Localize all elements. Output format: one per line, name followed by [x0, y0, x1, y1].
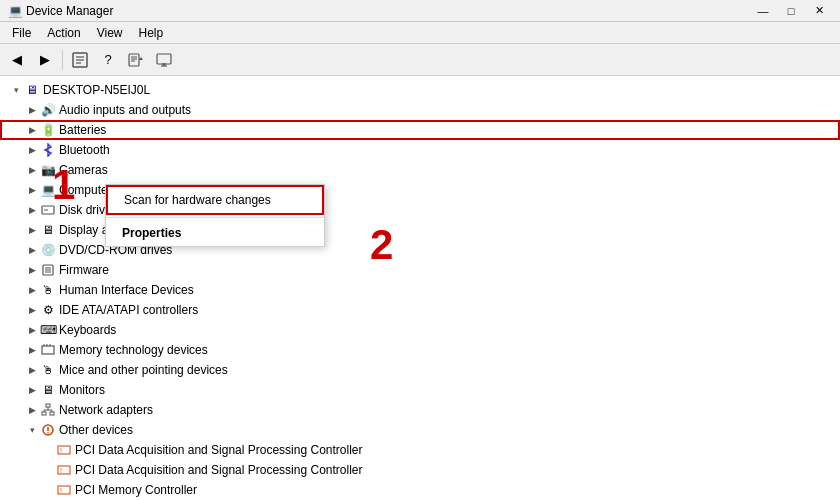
list-item[interactable]: ▶ 🖱 Human Interface Devices [0, 280, 840, 300]
expander[interactable]: ▶ [24, 262, 40, 278]
firmware-icon [40, 262, 56, 278]
properties-menuitem[interactable]: Properties [106, 220, 324, 246]
properties-icon [72, 52, 88, 68]
expander[interactable]: ▾ [24, 422, 40, 438]
mouse-icon: 🖱 [40, 362, 56, 378]
expander[interactable]: ▶ [24, 202, 40, 218]
expander[interactable]: ▶ [24, 402, 40, 418]
svg-rect-22 [50, 412, 54, 415]
toolbar: ◀ ▶ ? [0, 44, 840, 76]
expander[interactable]: ▶ [24, 382, 40, 398]
expander[interactable]: ▶ [24, 182, 40, 198]
back-button[interactable]: ◀ [4, 48, 30, 72]
list-item[interactable]: ▾ Other devices [0, 420, 840, 440]
expander[interactable]: ▶ [24, 322, 40, 338]
properties-button[interactable] [67, 48, 93, 72]
expander[interactable]: ▶ [24, 142, 40, 158]
list-item[interactable]: ▶ Bluetooth [0, 140, 840, 160]
device-tree[interactable]: ▾ 🖥 DESKTOP-N5EIJ0L ▶ 🔊 Audio inputs and… [0, 76, 840, 500]
device-icon [156, 52, 172, 68]
network-icon [40, 402, 56, 418]
svg-rect-8 [157, 54, 171, 64]
svg-rect-21 [42, 412, 46, 415]
ide-icon: ⚙ [40, 302, 56, 318]
menu-bar: File Action View Help [0, 22, 840, 44]
item-label: Human Interface Devices [59, 283, 194, 297]
expander[interactable]: ▶ [24, 162, 40, 178]
device-button[interactable] [151, 48, 177, 72]
item-label: PCI Data Acquisition and Signal Processi… [75, 463, 362, 477]
update-button[interactable] [123, 48, 149, 72]
list-item[interactable]: ▶ 📷 Cameras [0, 160, 840, 180]
expander[interactable]: ▶ [24, 342, 40, 358]
other-icon [40, 422, 56, 438]
list-item[interactable]: ▶ ⚙ IDE ATA/ATAPI controllers [0, 300, 840, 320]
item-label: Audio inputs and outputs [59, 103, 191, 117]
menu-view[interactable]: View [89, 24, 131, 42]
display-icon: 🖥 [40, 222, 56, 238]
item-label: Bluetooth [59, 143, 110, 157]
item-label: Network adapters [59, 403, 153, 417]
context-menu-separator [106, 217, 324, 218]
svg-rect-4 [129, 54, 139, 66]
item-label: PCI Memory Controller [75, 483, 197, 497]
menu-action[interactable]: Action [39, 24, 88, 42]
list-item[interactable]: ▶ ! PCI Data Acquisition and Signal Proc… [0, 460, 840, 480]
item-label: Computer [59, 183, 112, 197]
battery-icon: 🔋 [40, 122, 56, 138]
root-expander[interactable]: ▾ [8, 82, 24, 98]
expander[interactable]: ▶ [24, 282, 40, 298]
item-label: Memory technology devices [59, 343, 208, 357]
list-item[interactable]: ▶ 🖱 Mice and other pointing devices [0, 360, 840, 380]
expander[interactable]: ▶ [24, 222, 40, 238]
svg-point-29 [47, 432, 49, 434]
help-button[interactable]: ? [95, 48, 121, 72]
update-icon [128, 52, 144, 68]
expander[interactable]: ▶ [24, 102, 40, 118]
pci-icon: ! [56, 482, 72, 498]
list-item[interactable]: ▶ ⌨ Keyboards [0, 320, 840, 340]
expander[interactable]: ▶ [24, 122, 40, 138]
menu-help[interactable]: Help [131, 24, 172, 42]
root-label: DESKTOP-N5EIJ0L [43, 83, 150, 97]
main-content: ▾ 🖥 DESKTOP-N5EIJ0L ▶ 🔊 Audio inputs and… [0, 76, 840, 500]
item-label: Cameras [59, 163, 108, 177]
pci-icon: ! [56, 442, 72, 458]
audio-icon: 🔊 [40, 102, 56, 118]
computer-icon: 💻 [40, 182, 56, 198]
list-item[interactable]: ▶ 🔊 Audio inputs and outputs [0, 100, 840, 120]
batteries-item[interactable]: ▶ 🔋 Batteries [0, 120, 840, 140]
tree-root[interactable]: ▾ 🖥 DESKTOP-N5EIJ0L [0, 80, 840, 100]
list-item[interactable]: ▶ ! PCI Memory Controller [0, 480, 840, 500]
monitor-icon: 🖥 [40, 382, 56, 398]
minimize-button[interactable]: — [750, 2, 776, 20]
maximize-button[interactable]: □ [778, 2, 804, 20]
expander[interactable]: ▶ [24, 302, 40, 318]
item-label: Mice and other pointing devices [59, 363, 228, 377]
list-item[interactable]: ▶ ! PCI Data Acquisition and Signal Proc… [0, 440, 840, 460]
close-button[interactable]: ✕ [806, 2, 832, 20]
pci-icon: ! [56, 462, 72, 478]
svg-rect-15 [45, 267, 51, 273]
scan-hardware-menuitem[interactable]: Scan for hardware changes [106, 185, 324, 215]
camera-icon: 📷 [40, 162, 56, 178]
list-item[interactable]: ▶ 🖥 Monitors [0, 380, 840, 400]
list-item[interactable]: ▶ Firmware [0, 260, 840, 280]
context-menu: Scan for hardware changes Properties [105, 184, 325, 247]
list-item[interactable]: ▶ Memory technology devices [0, 340, 840, 360]
disk-icon [40, 202, 56, 218]
expander[interactable]: ▶ [24, 242, 40, 258]
forward-button[interactable]: ▶ [32, 48, 58, 72]
keyboard-icon: ⌨ [40, 322, 56, 338]
menu-file[interactable]: File [4, 24, 39, 42]
expander[interactable]: ▶ [24, 362, 40, 378]
list-item[interactable]: ▶ Network adapters [0, 400, 840, 420]
toolbar-separator-1 [62, 50, 63, 70]
window-controls: — □ ✕ [750, 2, 832, 20]
hid-icon: 🖱 [40, 282, 56, 298]
item-label: Other devices [59, 423, 133, 437]
item-label: PCI Data Acquisition and Signal Processi… [75, 443, 362, 457]
item-label: Firmware [59, 263, 109, 277]
title-bar: 💻 Device Manager — □ ✕ [0, 0, 840, 22]
svg-rect-16 [42, 346, 54, 354]
